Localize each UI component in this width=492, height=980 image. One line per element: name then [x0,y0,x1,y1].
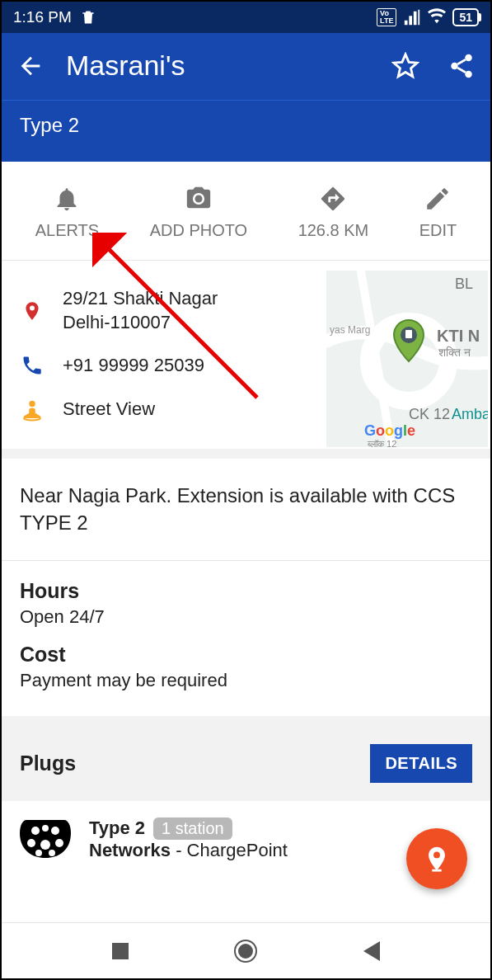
description: Near Nagia Park. Extension is available … [2,459,490,561]
svg-point-20 [51,827,59,835]
back-button[interactable] [16,52,45,80]
address-line1: 29/21 Shakti Nagar [63,287,218,311]
pencil-icon [424,185,452,213]
svg-text:ब्लॉक 12: ब्लॉक 12 [367,439,396,447]
location-icon [423,845,451,873]
phone-icon [20,354,45,377]
info-section: 29/21 Shakti Nagar Delhi-110007 +91 9999… [2,261,490,459]
recents-button[interactable] [112,943,129,959]
streetview-text: Street View [63,398,155,422]
svg-rect-26 [432,869,441,872]
locate-fab[interactable] [406,828,467,889]
hours-label: Hours [20,579,472,603]
networks-label: Networks [89,840,171,860]
actions-row: ALERTS ADD PHOTO 126.8 KM EDIT [2,162,490,261]
svg-text:yas Marg: yas Marg [330,324,370,336]
app-bar: Masrani's [2,33,490,100]
cost-label: Cost [20,643,472,667]
alerts-label: ALERTS [35,221,99,240]
edit-label: EDIT [419,221,457,240]
svg-point-25 [49,850,55,856]
plugs-title: Plugs [20,751,76,775]
hours-cost-section: Hours Open 24/7 Cost Payment may be requ… [2,561,490,726]
volte-icon: VoLTE [377,8,396,26]
favorite-button[interactable] [391,52,419,80]
plug-type: Type 2 [89,817,145,839]
station-badge: 1 station [153,817,232,840]
map-thumbnail[interactable]: BL yas Marg S KTI N शक्ति न CK 12 Amba G… [326,271,488,447]
subheader: Type 2 [2,100,490,162]
add-photo-button[interactable]: ADD PHOTO [150,185,248,240]
hours-value: Open 24/7 [20,606,472,628]
camera-icon [185,185,213,213]
svg-rect-17 [405,330,412,338]
phone-text: +91 99999 25039 [63,354,204,378]
bell-icon [53,185,81,213]
signal-icon [403,8,421,26]
page-title: Masrani's [66,49,185,82]
android-nav-bar [2,922,490,978]
plug-type2-icon [20,818,71,860]
pin-icon [20,297,45,325]
svg-text:BL: BL [455,276,473,292]
svg-text:Amba: Amba [452,406,488,422]
plugs-header: Plugs DETAILS [2,726,490,801]
svg-point-22 [40,840,50,850]
svg-point-2 [465,70,472,78]
svg-text:CK 12: CK 12 [409,406,450,422]
battery-icon: 51 [452,8,479,26]
wifi-icon [428,8,446,26]
add-photo-label: ADD PHOTO [150,221,248,240]
status-time: 1:16 PM [13,8,72,26]
details-button[interactable]: DETAILS [370,744,472,783]
svg-point-18 [31,827,40,835]
networks-value: - ChargePoint [171,840,288,860]
svg-point-24 [35,850,42,856]
edit-button[interactable]: EDIT [419,185,457,240]
alerts-button[interactable]: ALERTS [35,185,99,240]
share-button[interactable] [447,52,476,80]
trash-icon [80,9,96,26]
directions-icon [319,185,347,213]
nav-back-button[interactable] [363,941,380,961]
svg-point-21 [27,839,35,847]
svg-point-0 [465,54,472,61]
svg-point-3 [29,401,35,408]
address-line2: Delhi-110007 [63,311,218,335]
distance-label: 126.8 KM [298,221,369,240]
svg-text:शक्ति न: शक्ति न [438,346,471,359]
svg-point-19 [42,825,49,832]
svg-point-1 [451,62,458,69]
status-bar: 1:16 PM VoLTE 51 [2,2,490,33]
streetview-icon [20,398,45,422]
home-button[interactable] [234,940,257,963]
svg-text:KTI N: KTI N [437,327,480,345]
svg-text:Google: Google [364,422,415,439]
cost-value: Payment may be required [20,670,472,691]
svg-point-23 [55,839,63,847]
distance-button[interactable]: 126.8 KM [298,185,369,240]
